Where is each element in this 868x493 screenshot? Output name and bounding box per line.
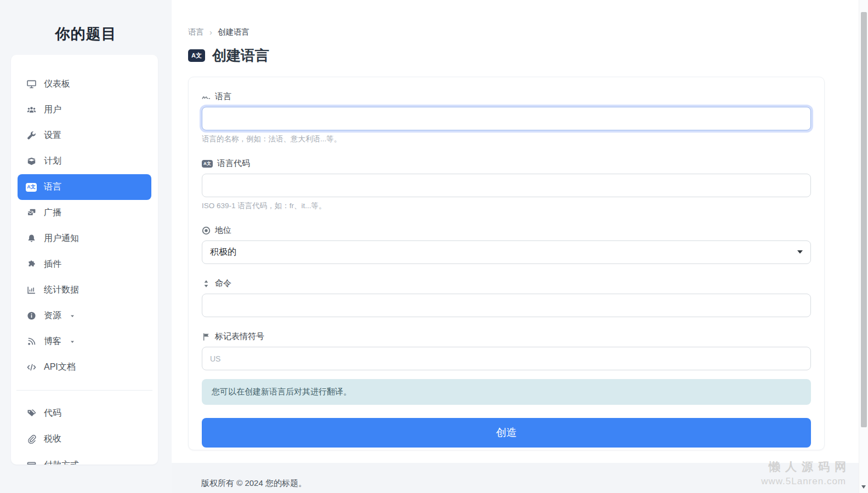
left-column: 你的题目 仪表板 用户 设置 计划 A文 语言 (0, 0, 172, 493)
field-language: 语言 语言的名称，例如：法语、意大利语...等。 (202, 91, 811, 144)
footer: 版权所有 © 2024 您的标题。 (172, 463, 859, 493)
sidebar-item-label: 插件 (44, 259, 61, 270)
sidebar-item-statistics[interactable]: 统计数据 (18, 277, 151, 303)
breadcrumb-parent[interactable]: 语言 (188, 27, 204, 37)
sidebar-item-settings[interactable]: 设置 (18, 123, 151, 148)
create-button[interactable]: 创造 (202, 418, 811, 448)
sidebar: 仪表板 用户 设置 计划 A文 语言 广播 (11, 55, 158, 465)
sidebar-item-blog[interactable]: 博客 (18, 329, 151, 354)
sidebar-item-dashboard[interactable]: 仪表板 (18, 71, 151, 97)
puzzle-piece-icon (26, 260, 37, 270)
language-input[interactable] (202, 107, 811, 130)
field-order-label: 命令 (202, 278, 811, 289)
code-icon (26, 363, 37, 372)
sidebar-item-broadcast[interactable]: 广播 (18, 200, 151, 226)
sidebar-item-label: 用户通知 (44, 233, 79, 244)
paperclip-icon (26, 434, 37, 444)
sidebar-item-plans[interactable]: 计划 (18, 148, 151, 174)
sidebar-item-label: 广播 (44, 207, 61, 219)
field-flag-emoji: 标记表情符号 (202, 331, 811, 370)
sidebar-item-label: 付款方式 (44, 460, 79, 465)
field-language-help: 语言的名称，例如：法语、意大利语...等。 (202, 134, 811, 144)
breadcrumb-current: 创建语言 (218, 27, 249, 37)
field-language-code: A文 语言代码 ISO 639-1 语言代码，如：fr、it...等。 (202, 158, 811, 211)
dot-circle-icon (202, 226, 211, 235)
desktop-icon (26, 79, 37, 89)
chart-icon (26, 285, 37, 295)
status-select[interactable]: 积极的 (202, 240, 811, 264)
select-caret-icon (797, 250, 803, 254)
blog-icon (26, 337, 37, 347)
sidebar-item-payment-methods[interactable]: 付款方式 (18, 452, 151, 465)
flag-icon (202, 333, 211, 341)
sidebar-item-label: 代码 (44, 408, 61, 419)
signature-icon (202, 93, 211, 101)
sidebar-item-codes[interactable]: 代码 (18, 400, 151, 426)
sidebar-item-taxes[interactable]: 税收 (18, 426, 151, 452)
field-order: 命令 (202, 278, 811, 317)
scroll-down-arrow-icon[interactable] (861, 485, 866, 489)
info-circle-icon (26, 311, 37, 321)
sidebar-item-label: 计划 (44, 156, 61, 167)
sidebar-item-label: 税收 (44, 433, 61, 445)
language-icon: A文 (202, 160, 213, 168)
order-input[interactable] (202, 294, 811, 317)
field-language-code-help: ISO 639-1 语言代码，如：fr、it...等。 (202, 201, 811, 211)
chevron-down-icon (70, 339, 75, 345)
sidebar-item-label: API文档 (44, 362, 76, 373)
page-title: 创建语言 (212, 46, 269, 65)
main-content: 语言 › 创建语言 A文 创建语言 语言 语言的名称，例如：法语、意大利语...… (172, 0, 859, 463)
brand-title: 你的题目 (0, 24, 172, 44)
info-alert: 您可以在创建新语言后对其进行翻译。 (202, 379, 811, 405)
create-language-form: 语言 语言的名称，例如：法语、意大利语...等。 A文 语言代码 ISO 639… (188, 77, 825, 450)
sidebar-item-label: 统计数据 (44, 284, 79, 296)
status-select-value[interactable]: 积极的 (202, 240, 811, 264)
sidebar-item-languages[interactable]: A文 语言 (18, 174, 151, 200)
language-icon: A文 (26, 182, 37, 192)
sidebar-item-api-docs[interactable]: API文档 (18, 354, 151, 380)
scrollbar[interactable] (859, 0, 868, 493)
app-window: 你的题目 仪表板 用户 设置 计划 A文 语言 (0, 0, 868, 493)
users-icon (26, 105, 37, 115)
field-status-label: 地位 (202, 225, 811, 236)
page-header: A文 创建语言 (188, 46, 269, 65)
chevron-down-icon (70, 313, 75, 319)
breadcrumb: 语言 › 创建语言 (188, 27, 249, 37)
field-status: 地位 积极的 (202, 225, 811, 264)
breadcrumb-separator: › (209, 27, 212, 37)
sidebar-divider (16, 390, 152, 391)
bell-icon (26, 234, 37, 244)
box-open-icon (26, 157, 37, 167)
field-flag-emoji-label: 标记表情符号 (202, 331, 811, 342)
wrench-icon (26, 131, 37, 141)
field-language-label: 语言 (202, 91, 811, 102)
credit-card-icon (26, 461, 37, 465)
sidebar-item-plugins[interactable]: 插件 (18, 251, 151, 277)
language-icon: A文 (188, 49, 205, 62)
sidebar-item-label: 博客 (44, 336, 61, 347)
sidebar-item-resources[interactable]: 资源 (18, 303, 151, 329)
sidebar-item-label: 设置 (44, 130, 61, 141)
sidebar-item-label: 资源 (44, 310, 61, 322)
sidebar-item-users[interactable]: 用户 (18, 97, 151, 123)
sidebar-item-label: 仪表板 (44, 78, 70, 90)
copyright-text: 版权所有 © 2024 您的标题。 (201, 478, 307, 489)
tags-icon (26, 409, 37, 419)
sidebar-item-label: 用户 (44, 104, 61, 116)
sort-icon (202, 279, 211, 288)
flag-emoji-input[interactable] (202, 347, 811, 370)
field-language-code-label: A文 语言代码 (202, 158, 811, 169)
sidebar-item-user-notifications[interactable]: 用户通知 (18, 226, 151, 251)
sidebar-item-label: 语言 (44, 181, 61, 193)
language-code-input[interactable] (202, 174, 811, 197)
mail-bulk-icon (26, 208, 37, 218)
scrollbar-thumb[interactable] (861, 12, 867, 427)
